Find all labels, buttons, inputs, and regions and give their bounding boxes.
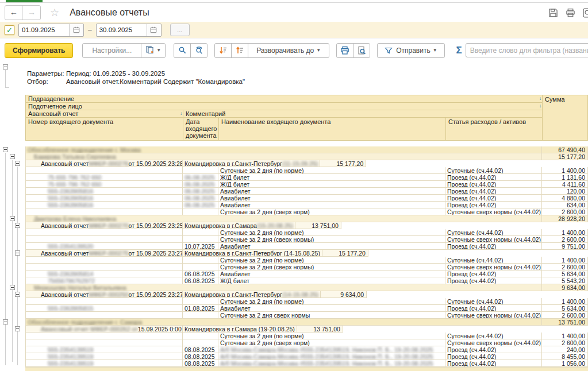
detail-row[interactable]: 555-236390581606.08.2025АвиабилетПроезд … xyxy=(0,195,588,202)
doc-date-cell[interactable] xyxy=(183,208,218,215)
report-row[interactable]: Авансовый отчет МФЕР-000275 от 15.09.202… xyxy=(0,250,588,257)
detail-row[interactable]: 7565679676297206.08.2025Ж/Д билетПроезд … xyxy=(0,277,588,284)
header-doc-name[interactable]: Наименование входящего документа xyxy=(219,118,446,141)
collapse-icon[interactable] xyxy=(10,154,15,159)
group-row[interactable]: Обособленное подразделение г. Самара13 7… xyxy=(0,319,588,326)
sum-cell[interactable]: 15 177,20 xyxy=(322,250,368,257)
sum-cell[interactable]: 15 177,20 xyxy=(320,160,366,167)
collapse-icon[interactable] xyxy=(15,250,20,256)
sum-cell[interactable]: 240,00 xyxy=(542,346,588,353)
doc-number-cell[interactable]: 555-2363905816 xyxy=(25,202,183,208)
collapse-icon[interactable] xyxy=(10,285,15,290)
collapse-icon[interactable] xyxy=(3,147,8,152)
doc-name-cell[interactable]: Ж/Д билет xyxy=(218,174,445,181)
active-tab-indicator[interactable] xyxy=(6,0,43,2)
doc-number-cell[interactable]: 555-2363905816 xyxy=(25,195,183,202)
expense-item-cell[interactable]: Суточные (сч.44.02) xyxy=(445,298,542,305)
person-label-cell[interactable]: Меркушова Наталья Витальевна xyxy=(25,284,542,291)
comment-cell[interactable]: Командировка в г.Санкт-Петербург (14-15.… xyxy=(183,250,322,257)
doc-name-cell[interactable]: Суточные за 2 дня (сверх норм) xyxy=(218,208,445,215)
save-icon[interactable] xyxy=(548,8,558,18)
doc-date-cell[interactable] xyxy=(183,298,218,305)
detail-row[interactable]: Суточные за 2 дня (сверх нормы)Суточные … xyxy=(0,264,588,270)
send-button[interactable]: Отправить ▼ xyxy=(377,43,444,58)
print-icon[interactable] xyxy=(566,8,575,18)
sum-cell[interactable]: 5 543,20 xyxy=(542,277,588,284)
doc-date-cell[interactable] xyxy=(183,257,218,264)
sum-cell[interactable]: 15 177,20 xyxy=(542,153,588,160)
doc-date-cell[interactable] xyxy=(183,167,218,174)
forward-button[interactable]: → xyxy=(22,6,40,20)
sum-cell[interactable]: 2 600,00 xyxy=(542,312,588,319)
report-label-cell[interactable]: Авансовый отчет МФЕР-000250 от 15.09.202… xyxy=(25,291,183,298)
expense-item-cell[interactable]: Проезд (сч.44.02) xyxy=(445,195,542,202)
sum-cell[interactable]: 1 400,00 xyxy=(542,298,588,305)
collapse-icon[interactable] xyxy=(15,292,20,297)
expense-item-cell[interactable]: Суточные сверх нормы (сч.44.02) xyxy=(445,208,542,215)
expense-item-cell[interactable]: Суточные сверх нормы (сч.44.02) xyxy=(445,339,542,346)
comment-cell[interactable]: Командировка в г.Санкт-Петербург (14-15.… xyxy=(183,291,321,298)
collapse-icon[interactable] xyxy=(3,319,8,324)
sum-cell[interactable]: 13 751,00 xyxy=(297,326,343,333)
comment-cell[interactable]: Командировка в г.Самара (19-20.08.25) xyxy=(183,326,297,333)
doc-number-cell[interactable]: 75 655 796 762 650 xyxy=(25,174,183,181)
detail-row[interactable]: Суточные за 2 дня (по норме)Суточные (сч… xyxy=(0,229,588,236)
back-button[interactable]: ← xyxy=(5,6,22,20)
doc-date-cell[interactable] xyxy=(183,333,218,339)
doc-date-cell[interactable]: 06.08.2025 xyxy=(183,188,218,195)
expense-item-cell[interactable]: Проезд (сч.44.02) xyxy=(445,277,542,284)
detail-row[interactable]: 75 655 796 762 65006.08.2025Ж/Д билетПро… xyxy=(0,181,588,188)
sum-cell[interactable]: 2 600,00 xyxy=(542,236,588,243)
expand-to-button[interactable]: Разворачивать до ▼ xyxy=(248,43,329,58)
doc-date-cell[interactable]: 06.08.2025 xyxy=(183,270,218,277)
search-icon[interactable] xyxy=(583,8,588,18)
detail-row[interactable]: Суточные за 2 дня (сверх норм)Суточные с… xyxy=(0,208,588,215)
expense-item-cell[interactable]: Проезд (сч.44.02) xyxy=(445,360,542,367)
sum-cell[interactable]: 13 751,00 xyxy=(542,319,588,326)
collapse-icon[interactable] xyxy=(15,326,20,331)
generate-button[interactable]: Сформировать xyxy=(5,43,73,58)
expense-item-cell[interactable]: Проезд (сч.44.02) xyxy=(445,270,542,277)
find-button[interactable] xyxy=(174,43,191,58)
report-label-cell[interactable]: Авансовый отчет МФЕР-000275 от 15.09.202… xyxy=(25,250,183,257)
doc-date-cell[interactable]: 08.08.2025 xyxy=(183,346,218,353)
comment-cell[interactable]: Командировка в г.Самара (15-20.08.25) xyxy=(183,222,295,229)
doc-name-cell[interactable]: Суточные за 2 дня сверх нормы xyxy=(218,312,445,319)
detail-row[interactable]: Суточные за 2 дня (по норме)Суточные (сч… xyxy=(0,298,588,305)
detail-row[interactable]: Суточные за 2 дня (по норме)Суточные (сч… xyxy=(0,333,588,339)
sort-icon[interactable]: ↓ xyxy=(539,96,541,101)
doc-date-cell[interactable] xyxy=(183,339,218,346)
doc-name-cell[interactable]: Суточные за 2 дня (сверх нормы) xyxy=(218,264,445,270)
expense-item-cell[interactable]: Проезд (сч.44.02) xyxy=(445,305,542,312)
header-department[interactable]: Подразделение ↓ xyxy=(26,95,543,103)
sum-cell[interactable]: 8 455,00 xyxy=(542,353,588,360)
sum-cell[interactable]: 634,00 xyxy=(542,202,588,208)
expense-item-cell[interactable]: Проезд (сч.44.02) xyxy=(445,346,542,353)
detail-row[interactable]: 555-236390581406.08.2025АвиабилетПроезд … xyxy=(0,270,588,277)
sum-cell[interactable]: 120,00 xyxy=(542,188,588,195)
report-label-cell[interactable]: Авансовый отчет МФЕР-000262 от 15.09.202… xyxy=(25,326,183,333)
detail-row[interactable]: 555-236390581606.08.2025АвиабилетПроезд … xyxy=(0,202,588,208)
sum-sigma-button[interactable]: Σ xyxy=(456,45,462,56)
doc-number-cell[interactable]: 555-2354139519 xyxy=(25,353,183,360)
doc-name-cell[interactable]: А/б Москва-Самара-Москва #555-2354139519… xyxy=(218,346,445,353)
print-button[interactable] xyxy=(336,43,353,58)
doc-number-cell[interactable] xyxy=(25,257,183,264)
doc-date-cell[interactable]: 08.08.2025 xyxy=(183,353,218,360)
sum-cell[interactable]: 1 400,00 xyxy=(542,167,588,174)
collapse-icon[interactable] xyxy=(3,64,8,69)
doc-number-cell[interactable] xyxy=(25,236,183,243)
doc-date-cell[interactable]: 06.08.2025 xyxy=(183,181,218,188)
person-row[interactable]: Меркушова Наталья Витальевна9 634,00 xyxy=(0,284,588,291)
doc-name-cell[interactable]: Авиабилет xyxy=(218,195,445,202)
doc-date-cell[interactable]: 06.08.2025 xyxy=(183,277,218,284)
doc-number-cell[interactable]: 555-2363905816 xyxy=(25,188,183,195)
period-checkbox[interactable]: ✓ xyxy=(5,25,14,35)
doc-name-cell[interactable]: Суточные за 2 дня (сверх норм) xyxy=(218,339,445,346)
sort-ascending-icon[interactable] xyxy=(231,43,248,58)
header-doc-date[interactable]: Дата входящего документа xyxy=(183,118,219,141)
report-label-cell[interactable]: Авансовый отчет МФЕР-000270 от 15.09.202… xyxy=(25,222,183,229)
doc-number-cell[interactable] xyxy=(25,208,183,215)
period-more-button[interactable]: ... xyxy=(170,24,190,36)
expense-item-cell[interactable]: Суточные сверх нормы (сч.44.02) xyxy=(445,312,542,319)
